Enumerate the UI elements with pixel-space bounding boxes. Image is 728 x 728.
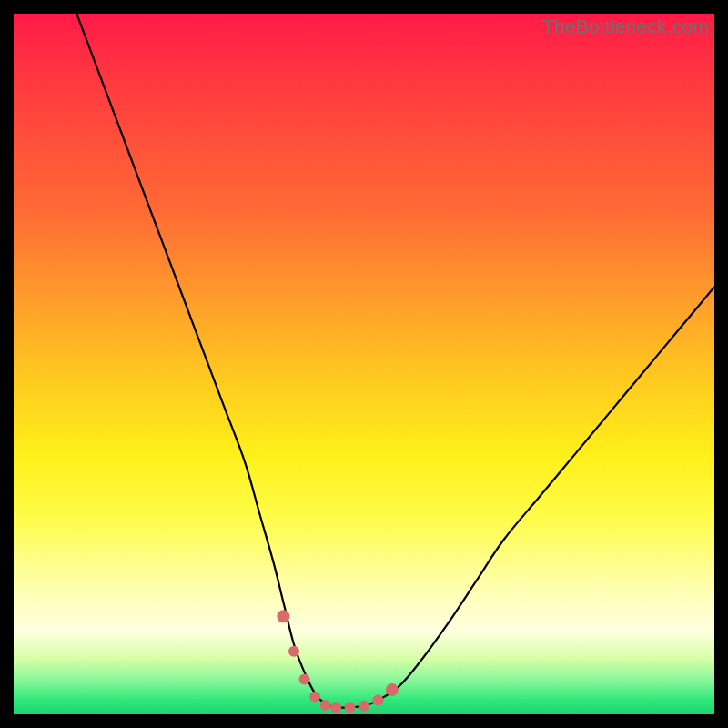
valley-marker bbox=[372, 695, 383, 706]
valley-marker bbox=[299, 674, 310, 685]
watermark-text: TheBottleneck.com bbox=[542, 15, 709, 37]
valley-marker bbox=[359, 701, 369, 712]
valley-marker bbox=[277, 610, 289, 622]
valley-marker bbox=[386, 683, 399, 696]
bottleneck-curve-svg bbox=[14, 14, 714, 714]
chart-frame: TheBottleneck.com bbox=[0, 0, 728, 728]
valley-marker bbox=[309, 692, 320, 703]
bottleneck-curve-path bbox=[76, 14, 714, 708]
valley-marker bbox=[288, 646, 299, 657]
valley-markers bbox=[277, 610, 398, 713]
chart-plot-area: TheBottleneck.com bbox=[14, 14, 714, 714]
valley-marker bbox=[320, 700, 331, 711]
valley-marker bbox=[345, 702, 356, 713]
valley-marker bbox=[330, 702, 341, 713]
